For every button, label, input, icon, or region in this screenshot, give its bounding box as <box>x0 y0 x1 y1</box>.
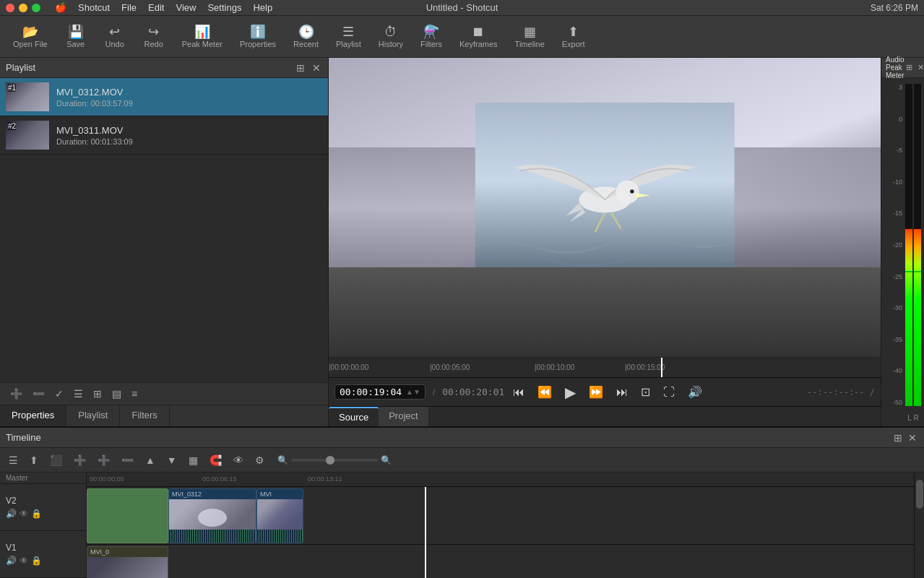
playlist-item[interactable]: #1 MVI_0312.MOV Duration: 00:03:57:09 <box>0 78 328 116</box>
peak-indicator-left <box>905 271 912 272</box>
playlist-header-controls[interactable]: ⊞ ✕ <box>295 62 322 74</box>
menu-edit[interactable]: Edit <box>148 2 164 13</box>
toolbar-peak-meter[interactable]: 📊 Peak Meter <box>175 22 230 51</box>
toolbar-export[interactable]: ⬆ Export <box>555 22 592 51</box>
playlist-item[interactable]: #2 MVI_0311.MOV Duration: 00:01:33:09 <box>0 116 328 155</box>
toolbar-recent[interactable]: 🕒 Recent <box>286 22 326 51</box>
go-to-start-button[interactable]: ⏮ <box>509 383 529 402</box>
timeline-playhead[interactable] <box>425 487 426 578</box>
timeline-arrow-down[interactable]: ▼ <box>163 452 181 468</box>
close-button[interactable] <box>6 4 14 12</box>
playlist-check-button[interactable]: ✓ <box>51 386 68 402</box>
audio-close-button[interactable]: ✕ <box>916 63 924 72</box>
timeline-arrow-up[interactable]: ▲ <box>141 452 160 468</box>
go-to-end-button[interactable]: ⏭ <box>612 383 632 402</box>
toolbar-properties[interactable]: ℹ️ Properties <box>233 22 283 51</box>
menu-view[interactable]: View <box>176 2 196 13</box>
zoom-slider[interactable]: 🔍 🔍 <box>277 455 392 465</box>
export-label: Export <box>562 40 585 48</box>
playlist-detail-button[interactable]: ▤ <box>108 386 126 402</box>
playlist-close-button[interactable]: ✕ <box>311 62 322 74</box>
toolbar-redo[interactable]: ↪ Redo <box>136 22 172 51</box>
timeline-overwrite-button[interactable]: ⬛ <box>46 452 66 468</box>
tab-project[interactable]: Project <box>379 407 428 426</box>
eye-icon[interactable]: 👁 <box>20 509 28 519</box>
toolbar-keyframes[interactable]: ⏹ Keyframes <box>452 22 505 51</box>
timeline-undock-button[interactable]: ⊞ <box>892 432 904 444</box>
play-button[interactable]: ▶ <box>561 381 580 404</box>
traffic-lights[interactable] <box>6 4 40 12</box>
clip-v2-2[interactable]: MVI <box>256 488 303 543</box>
eye-icon-v1[interactable]: 👁 <box>20 556 28 566</box>
audio-icon-v1[interactable]: 🔊 <box>6 556 17 566</box>
audio-undock-button[interactable]: ⊞ <box>904 63 914 72</box>
menu-file[interactable]: File <box>121 2 137 13</box>
timeline-remove-button[interactable]: ➖ <box>117 452 138 468</box>
zoom-out-icon[interactable]: 🔍 <box>277 455 288 465</box>
step-back-button[interactable]: ⏪ <box>533 382 556 402</box>
timeline-header: Timeline ⊞ ✕ <box>0 428 924 448</box>
timeline-block-button[interactable]: ▦ <box>184 452 202 468</box>
playlist-items: #1 MVI_0312.MOV Duration: 00:03:57:09 #2… <box>0 78 328 382</box>
timeline-lift-button[interactable]: ⬆ <box>25 452 43 468</box>
timeline-add-track-button[interactable]: ➕ <box>93 452 114 468</box>
time-display[interactable]: 00:00:19:04 ▲▼ <box>334 384 426 400</box>
menu-help[interactable]: Help <box>253 2 272 13</box>
scale-3: 3 <box>884 84 902 91</box>
toggle-button[interactable]: ⊡ <box>636 382 655 402</box>
toolbar-timeline[interactable]: ▦ Timeline <box>508 22 552 51</box>
playlist-item-info-1: MVI_0312.MOV Duration: 00:03:57:09 <box>56 87 133 108</box>
timeline-settings-button[interactable]: ⚙ <box>251 452 269 468</box>
toolbar-filters[interactable]: ⚗️ Filters <box>413 22 449 51</box>
playlist-sort-button[interactable]: ≡ <box>127 386 142 402</box>
audio-peak-meter-panel: Audio Peak Meter ⊞ ✕ 3 0 -5 -10 -15 -20 … <box>881 58 924 426</box>
clip-v1-1[interactable]: MVI_0 <box>87 546 168 578</box>
scrubber-timeline[interactable]: |00:00:00:00 |00:00:05:00 |00:00:10:00 |… <box>329 357 881 377</box>
menu-shotcut[interactable]: Shotcut <box>78 2 110 13</box>
app-menu[interactable]: 🍎 Shotcut File Edit View Settings Help <box>55 2 272 13</box>
volume-button[interactable]: 🔊 <box>683 382 707 402</box>
zoom-track[interactable] <box>291 459 378 462</box>
menu-settings[interactable]: Settings <box>207 2 241 13</box>
zoom-in-icon[interactable]: 🔍 <box>381 455 392 465</box>
track-icons-v2: 🔊 👁 🔒 <box>6 509 42 519</box>
timeline-ripple-button[interactable]: 👁 <box>229 452 248 468</box>
toolbar-undo[interactable]: ↩ Undo <box>97 22 133 51</box>
timeline-insert-button[interactable]: ➕ <box>69 452 90 468</box>
clip-v2-empty[interactable] <box>87 488 168 543</box>
playlist-remove-button[interactable]: ➖ <box>28 386 49 402</box>
tab-filters[interactable]: Filters <box>120 405 169 426</box>
timeline-close-button[interactable]: ✕ <box>907 432 918 444</box>
zoom-thumb[interactable] <box>326 456 334 465</box>
thumb-number-1: #1 <box>8 84 16 92</box>
menu-apple[interactable]: 🍎 <box>55 2 66 13</box>
step-forward-button[interactable]: ⏩ <box>584 382 608 402</box>
toolbar-history[interactable]: ⏱ History <box>371 22 410 51</box>
playlist-undock-button[interactable]: ⊞ <box>295 62 306 74</box>
scroll-thumb[interactable] <box>916 480 923 509</box>
track-ruler[interactable]: 00:00:00:00 00:00:06:15 00:00:13:11 <box>87 473 914 487</box>
playlist-list-button[interactable]: ☰ <box>69 386 87 402</box>
playlist-add-button[interactable]: ➕ <box>6 386 27 402</box>
lock-icon-v1[interactable]: 🔒 <box>31 556 42 566</box>
maximize-button[interactable] <box>32 4 40 12</box>
timeline-header-controls[interactable]: ⊞ ✕ <box>892 432 918 444</box>
clip-v2-1[interactable]: MVI_0312 <box>168 488 256 543</box>
toolbar-save[interactable]: 💾 Save <box>58 22 94 51</box>
tab-properties[interactable]: Properties <box>0 405 66 426</box>
tab-source[interactable]: Source <box>329 407 379 426</box>
toolbar-open-file[interactable]: 📂 Open File <box>6 22 55 51</box>
minimize-button[interactable] <box>19 4 27 12</box>
fullscreen-button[interactable]: ⛶ <box>659 383 679 402</box>
toolbar-playlist[interactable]: ☰ Playlist <box>329 22 368 51</box>
audio-header-controls[interactable]: ⊞ ✕ <box>904 63 924 72</box>
playlist-grid-button[interactable]: ⊞ <box>89 386 106 402</box>
audio-icon[interactable]: 🔊 <box>6 509 17 519</box>
timeline-menu-button[interactable]: ☰ <box>4 452 22 468</box>
timeline-scrollbar[interactable] <box>914 473 924 578</box>
lock-icon[interactable]: 🔒 <box>31 509 42 519</box>
tab-playlist[interactable]: Playlist <box>66 405 120 426</box>
timeline-label: Timeline <box>515 40 545 48</box>
playhead-scrubber[interactable] <box>661 358 662 377</box>
timeline-snap-button[interactable]: 🧲 <box>205 452 226 468</box>
